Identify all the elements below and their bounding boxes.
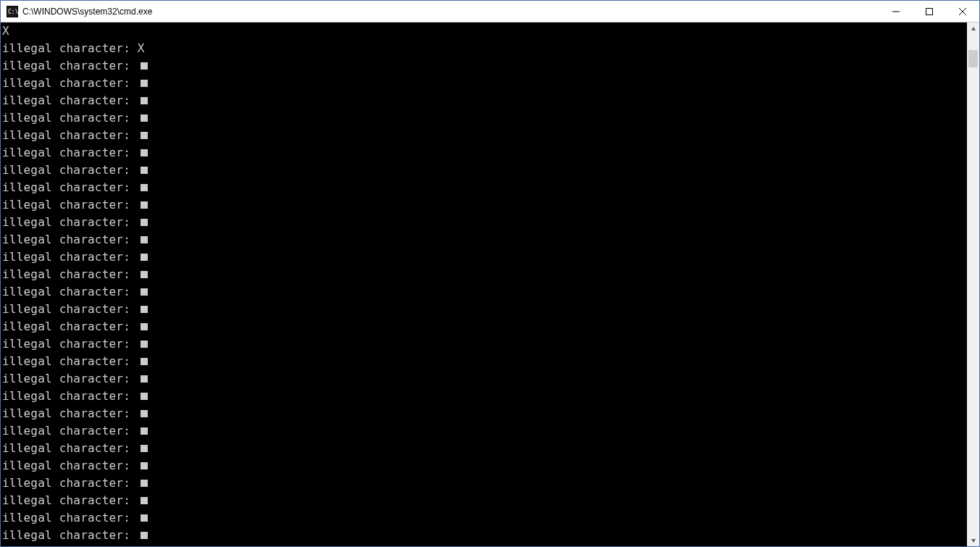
console-line: illegal character:	[2, 457, 966, 475]
console-text: illegal character:	[2, 492, 138, 509]
block-char-icon	[141, 445, 148, 452]
console-line: illegal character:	[2, 301, 966, 318]
console-text: illegal character:	[2, 92, 138, 109]
console-line: illegal character:	[2, 527, 966, 544]
block-char-icon	[141, 80, 148, 87]
console-text: illegal character:	[2, 231, 138, 249]
console-text: illegal character:	[2, 127, 138, 144]
scroll-down-arrow-icon[interactable]	[967, 534, 979, 546]
scroll-thumb[interactable]	[968, 50, 978, 67]
console-text: illegal character:	[2, 249, 138, 266]
block-char-icon	[141, 149, 148, 156]
block-char-icon	[141, 236, 148, 243]
console-text: illegal character:	[2, 440, 138, 457]
console-text: illegal character:	[2, 457, 138, 475]
console-line: illegal character:	[2, 109, 966, 127]
block-char-icon	[141, 375, 148, 383]
console-line: illegal character:	[2, 214, 966, 231]
console-output[interactable]: Xillegal character: Xillegal character: …	[1, 22, 967, 546]
console-line: illegal character:	[2, 353, 966, 370]
vertical-scrollbar[interactable]	[967, 22, 979, 546]
title-bar[interactable]: C:\ C:\WINDOWS\system32\cmd.exe	[1, 1, 979, 22]
svg-text:C:\: C:\	[8, 9, 18, 15]
console-text: illegal character:	[2, 109, 138, 127]
block-char-icon	[141, 393, 148, 400]
console-text: illegal character:	[2, 527, 138, 544]
console-text: illegal character:	[2, 388, 138, 405]
minimize-button[interactable]	[879, 1, 913, 22]
console-text: illegal character:	[2, 318, 138, 335]
block-char-icon	[141, 514, 148, 522]
console-line: illegal character:	[2, 318, 966, 335]
console-line: illegal character:	[2, 475, 966, 492]
console-text: illegal character:	[2, 283, 138, 301]
window-title: C:\WINDOWS\system32\cmd.exe	[22, 7, 879, 17]
svg-marker-8	[971, 539, 976, 543]
svg-marker-7	[971, 27, 976, 30]
block-char-icon	[141, 254, 148, 261]
block-char-icon	[141, 219, 148, 226]
console-text: illegal character:	[2, 422, 138, 440]
console-text: illegal character:	[2, 370, 138, 388]
console-line: illegal character:	[2, 492, 966, 509]
console-text: illegal character:	[2, 475, 138, 492]
cmd-window: C:\ C:\WINDOWS\system32\cmd.exe Xillegal…	[0, 0, 980, 547]
console-text: X	[2, 22, 9, 40]
console-line: illegal character:	[2, 440, 966, 457]
console-line: illegal character:	[2, 144, 966, 162]
block-char-icon	[141, 288, 148, 296]
block-char-icon	[141, 462, 148, 469]
console-text: illegal character:	[2, 144, 138, 162]
console-text: illegal character:	[2, 57, 138, 75]
console-line: illegal character:	[2, 196, 966, 214]
console-line: illegal character:	[2, 422, 966, 440]
block-char-icon	[141, 97, 148, 104]
block-char-icon	[141, 201, 148, 209]
console-text: illegal character:	[2, 301, 138, 318]
console-line: illegal character:	[2, 370, 966, 388]
console-text: illegal character:	[2, 196, 138, 214]
console-line: illegal character:	[2, 509, 966, 527]
block-char-icon	[141, 532, 148, 539]
console-text: illegal character:	[2, 75, 138, 92]
console-text: illegal character:	[2, 509, 138, 527]
block-char-icon	[141, 167, 148, 174]
block-char-icon	[141, 306, 148, 313]
console-text: illegal character:	[2, 179, 138, 196]
console-line: illegal character: X	[2, 40, 966, 57]
maximize-button[interactable]	[913, 1, 946, 22]
block-char-icon	[141, 271, 148, 278]
console-text: illegal character:	[2, 335, 138, 353]
block-char-icon	[141, 480, 148, 487]
block-char-icon	[141, 341, 148, 348]
console-line: illegal character:	[2, 179, 966, 196]
console-line: illegal character:	[2, 405, 966, 422]
console-line: illegal character:	[2, 162, 966, 179]
console-line: illegal character:	[2, 231, 966, 249]
console-text: illegal character:	[2, 405, 138, 422]
cmd-icon: C:\	[7, 6, 18, 17]
console-line: illegal character:	[2, 283, 966, 301]
console-line: illegal character:	[2, 249, 966, 266]
block-char-icon	[141, 184, 148, 191]
console-text: illegal character:	[2, 353, 138, 370]
console-line: illegal character:	[2, 92, 966, 109]
window-body: Xillegal character: Xillegal character: …	[1, 22, 979, 546]
console-line: illegal character:	[2, 335, 966, 353]
block-char-icon	[141, 497, 148, 504]
window-controls	[879, 1, 979, 22]
svg-rect-4	[926, 8, 933, 14]
block-char-icon	[141, 62, 148, 70]
console-line: illegal character:	[2, 75, 966, 92]
console-line: illegal character:	[2, 57, 966, 75]
block-char-icon	[141, 427, 148, 435]
console-char: X	[138, 40, 145, 57]
console-text: illegal character:	[2, 266, 138, 283]
console-line: X	[2, 22, 966, 40]
console-line: illegal character:	[2, 388, 966, 405]
block-char-icon	[141, 358, 148, 365]
close-button[interactable]	[946, 1, 979, 22]
console-text: illegal character:	[2, 214, 138, 231]
console-line: illegal character:	[2, 266, 966, 283]
scroll-up-arrow-icon[interactable]	[967, 22, 979, 35]
